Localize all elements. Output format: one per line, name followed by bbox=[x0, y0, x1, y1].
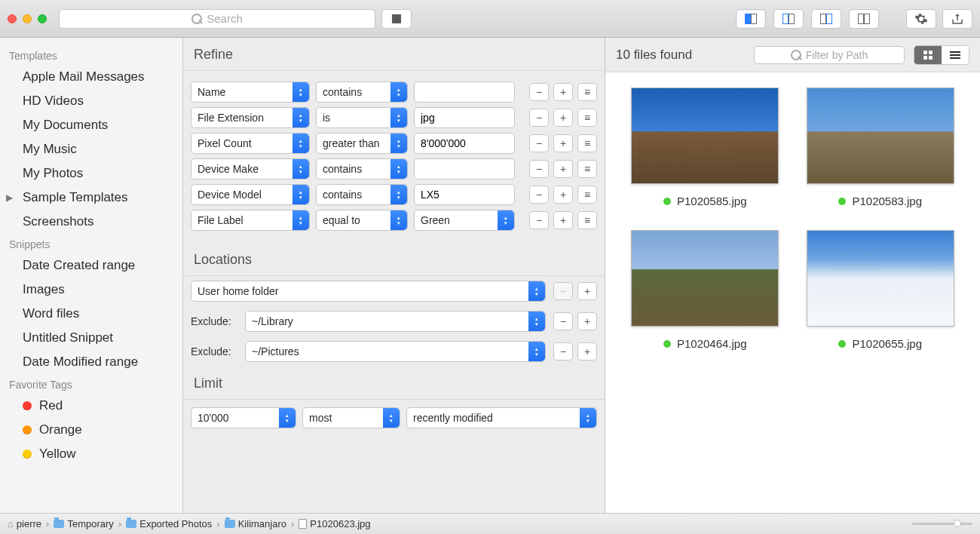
sidebar-section-header: Snippets bbox=[0, 234, 182, 253]
rule-value-select[interactable]: Green bbox=[414, 210, 515, 231]
stop-button[interactable] bbox=[381, 9, 412, 29]
layout-right-button[interactable] bbox=[849, 9, 879, 29]
settings-button[interactable] bbox=[906, 9, 936, 29]
sidebar-item[interactable]: HD Videos bbox=[0, 89, 182, 113]
limit-sort-select[interactable]: most bbox=[302, 407, 400, 428]
sidebar-section-header: Favorite Tags bbox=[0, 374, 182, 394]
rule-add-button[interactable]: + bbox=[553, 109, 573, 127]
exclude-remove-button[interactable]: − bbox=[553, 312, 573, 330]
exclude-add-button[interactable]: + bbox=[577, 342, 597, 361]
layout-center-left-button[interactable] bbox=[773, 9, 804, 29]
exclude-add-button[interactable]: + bbox=[577, 312, 597, 330]
rule-operator-select[interactable]: greater than bbox=[316, 133, 408, 154]
rule-operator-select[interactable]: is bbox=[316, 107, 408, 128]
sidebar-item[interactable]: Red bbox=[0, 394, 182, 418]
disclosure-triangle-icon[interactable]: ▶ bbox=[6, 192, 13, 203]
rule-row: Namecontains−+≡ bbox=[191, 81, 597, 103]
rule-value-input[interactable] bbox=[414, 81, 515, 103]
minimize-button[interactable] bbox=[23, 14, 32, 23]
rule-attribute-select[interactable]: Name bbox=[191, 81, 310, 103]
layout-left-button[interactable] bbox=[736, 9, 766, 29]
rule-value-input[interactable] bbox=[414, 107, 515, 128]
sidebar-item[interactable]: Word files bbox=[0, 302, 182, 326]
result-item[interactable]: P1020464.jpg bbox=[625, 230, 786, 350]
rule-add-button[interactable]: + bbox=[553, 160, 573, 178]
home-icon: ⌂ bbox=[8, 518, 14, 529]
sidebar-item[interactable]: Screenshots bbox=[0, 210, 182, 234]
rule-add-button[interactable]: + bbox=[553, 211, 573, 229]
refine-panel: Refine Namecontains−+≡File Extensionis−+… bbox=[183, 38, 605, 513]
path-segment[interactable]: P1020623.jpg bbox=[299, 518, 370, 529]
rule-attribute-select[interactable]: Pixel Count bbox=[191, 133, 310, 154]
sidebar-item-label: My Music bbox=[23, 142, 77, 157]
limit-count-select[interactable]: 10'000 bbox=[191, 407, 296, 428]
path-segment[interactable]: Exported Photos bbox=[126, 518, 212, 529]
sidebar-item[interactable]: Date Modified range bbox=[0, 350, 182, 374]
rule-operator-select[interactable]: contains bbox=[316, 158, 408, 180]
rule-list-button[interactable]: ≡ bbox=[577, 134, 597, 152]
location-select[interactable]: User home folder bbox=[191, 281, 546, 302]
rule-add-button[interactable]: + bbox=[553, 83, 573, 101]
rule-remove-button[interactable]: − bbox=[529, 160, 549, 178]
rule-remove-button[interactable]: − bbox=[529, 109, 549, 127]
rule-add-button[interactable]: + bbox=[553, 134, 573, 152]
result-item[interactable]: P1020585.jpg bbox=[625, 87, 786, 207]
limit-by-select[interactable]: recently modified bbox=[406, 407, 597, 428]
zoom-button[interactable] bbox=[38, 14, 47, 23]
rule-operator-select[interactable]: contains bbox=[316, 184, 408, 205]
exclude-select[interactable]: ~/Library bbox=[245, 311, 546, 332]
rule-attribute-select[interactable]: File Label bbox=[191, 210, 310, 231]
rule-attribute-select[interactable]: Device Make bbox=[191, 158, 310, 180]
rule-remove-button[interactable]: − bbox=[529, 211, 549, 229]
sidebar-item[interactable]: My Music bbox=[0, 137, 182, 161]
tag-dot-icon bbox=[663, 198, 671, 205]
rule-list-button[interactable]: ≡ bbox=[577, 186, 597, 204]
rule-attribute-select[interactable]: File Extension bbox=[191, 107, 310, 128]
sidebar-item[interactable]: My Photos bbox=[0, 161, 182, 186]
path-segment[interactable]: Temporary bbox=[54, 518, 113, 529]
rule-remove-button[interactable]: − bbox=[529, 186, 549, 204]
rule-remove-button[interactable]: − bbox=[529, 83, 549, 101]
view-list-button[interactable] bbox=[942, 46, 969, 64]
filter-path-input[interactable]: Filter by Path bbox=[754, 46, 905, 64]
location-add-button[interactable]: + bbox=[577, 282, 597, 300]
rule-operator-select[interactable]: equal to bbox=[316, 210, 408, 231]
sidebar-item[interactable]: Orange bbox=[0, 418, 182, 442]
path-segment[interactable]: ⌂pierre bbox=[8, 518, 41, 529]
rule-operator-select[interactable]: contains bbox=[316, 81, 408, 103]
rule-value-input[interactable] bbox=[414, 158, 515, 180]
result-item[interactable]: P1020655.jpg bbox=[801, 230, 961, 350]
rule-list-button[interactable]: ≡ bbox=[577, 160, 597, 178]
exclude-row: Exclude:~/Pictures−+ bbox=[183, 336, 605, 367]
rule-attribute-select[interactable]: Device Model bbox=[191, 184, 310, 205]
file-name: P1020585.jpg bbox=[663, 195, 747, 207]
rule-list-button[interactable]: ≡ bbox=[577, 211, 597, 229]
view-grid-button[interactable] bbox=[914, 46, 942, 64]
rule-list-button[interactable]: ≡ bbox=[577, 109, 597, 127]
thumbnail bbox=[807, 230, 954, 327]
sidebar-item[interactable]: Images bbox=[0, 278, 182, 302]
thumbnail-size-slider[interactable] bbox=[912, 523, 972, 525]
sidebar-item[interactable]: Yellow bbox=[0, 442, 182, 466]
sidebar-item[interactable]: ▶Sample Templates bbox=[0, 186, 182, 210]
exclude-row: Exclude:~/Library−+ bbox=[183, 306, 605, 336]
path-segment[interactable]: Kilimanjaro bbox=[225, 518, 286, 529]
sidebar-item[interactable]: Date Created range bbox=[0, 253, 182, 278]
sidebar-item[interactable]: Apple Mail Messages bbox=[0, 65, 182, 89]
close-button[interactable] bbox=[8, 14, 17, 23]
rule-add-button[interactable]: + bbox=[553, 186, 573, 204]
result-item[interactable]: P1020583.jpg bbox=[801, 87, 961, 207]
sidebar-item[interactable]: Untitled Snippet bbox=[0, 326, 182, 350]
location-row: User home folder−+ bbox=[183, 276, 605, 306]
rule-value-input[interactable] bbox=[414, 133, 515, 154]
rule-value-input[interactable] bbox=[414, 184, 515, 205]
layout-center-right-button[interactable] bbox=[811, 9, 841, 29]
share-button[interactable] bbox=[942, 9, 972, 29]
exclude-select[interactable]: ~/Pictures bbox=[245, 341, 546, 362]
tag-color-icon bbox=[23, 450, 32, 459]
search-input[interactable]: Search bbox=[59, 9, 375, 29]
rule-list-button[interactable]: ≡ bbox=[577, 83, 597, 101]
rule-remove-button[interactable]: − bbox=[529, 134, 549, 152]
sidebar-item[interactable]: My Documents bbox=[0, 113, 182, 137]
exclude-remove-button[interactable]: − bbox=[553, 342, 573, 361]
